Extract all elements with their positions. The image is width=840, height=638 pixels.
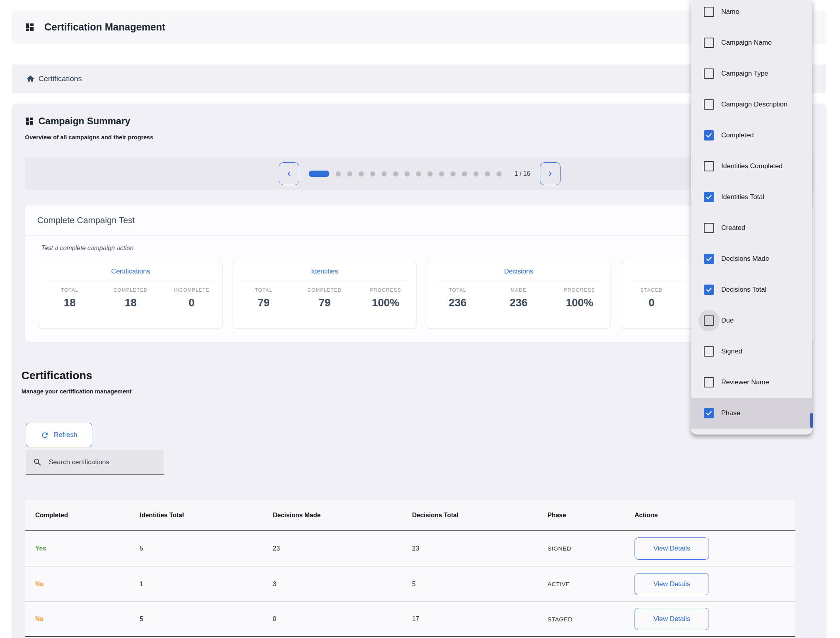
menu-item-decisions-total[interactable]: Decisions Total [691, 274, 812, 305]
checkbox-checked-icon[interactable] [704, 285, 714, 295]
checkbox-checked-icon[interactable] [704, 192, 714, 202]
campaign-summary-title: Campaign Summary [38, 116, 130, 127]
carousel-dot[interactable] [405, 171, 410, 177]
table-row: Yes 5 23 23 SIGNED View Details [25, 531, 795, 566]
checkbox-unchecked-icon[interactable] [704, 7, 714, 17]
carousel-prev-button[interactable] [279, 162, 299, 185]
checkbox-unchecked-icon[interactable] [704, 377, 714, 387]
table-row: No 5 0 17 STAGED View Details [25, 602, 795, 637]
carousel-dot[interactable] [347, 171, 352, 177]
carousel-dot[interactable] [485, 171, 490, 177]
column-header-decisions-made: Decisions Made [273, 512, 412, 519]
menu-item-reviewer-name[interactable]: Reviewer Name [691, 367, 812, 398]
stat-label: MADE [488, 287, 549, 293]
dashboard-icon [25, 116, 34, 126]
carousel-dot[interactable] [370, 171, 375, 177]
checkbox-unchecked-icon[interactable] [704, 315, 714, 326]
stat-label: TOTAL [39, 287, 100, 293]
menu-item-signed[interactable]: Signed [691, 336, 812, 367]
cell-phase: STAGED [547, 616, 635, 623]
carousel-dot[interactable] [428, 171, 433, 177]
carousel-dot[interactable] [416, 171, 421, 177]
carousel-next-button[interactable] [540, 162, 561, 185]
stat-value: 18 [100, 297, 161, 309]
checkbox-checked-icon[interactable] [704, 130, 714, 141]
carousel-dot[interactable] [473, 171, 479, 177]
search-field[interactable] [26, 450, 164, 475]
stat-label: COMPLETED [100, 287, 161, 293]
campaign-summary-header: Campaign Summary [25, 116, 130, 127]
menu-item-campaign-type[interactable]: Campaign Type [691, 58, 812, 89]
menu-item-campaign-name[interactable]: Campaign Name [691, 27, 812, 58]
carousel-dot[interactable] [439, 171, 444, 177]
breadcrumb-label: Certifications [38, 74, 82, 83]
stat-value: 236 [488, 297, 549, 309]
carousel-dot[interactable] [336, 171, 341, 177]
column-header-phase: Phase [547, 512, 635, 519]
checkbox-unchecked-icon[interactable] [704, 99, 714, 110]
view-details-button[interactable]: View Details [635, 537, 709, 560]
stat-value: 79 [294, 297, 355, 309]
menu-item-identities-total[interactable]: Identities Total [691, 182, 812, 213]
menu-item-identities-completed[interactable]: Identities Completed [691, 151, 812, 182]
table-header-row: Completed Identities Total Decisions Mad… [25, 500, 795, 531]
menu-item-phase[interactable]: Phase [691, 398, 812, 429]
cell-identities-total: 5 [140, 615, 273, 623]
cell-completed: No [35, 581, 140, 588]
cell-decisions-total: 17 [412, 615, 547, 623]
checkbox-checked-icon[interactable] [704, 408, 714, 418]
refresh-label: Refresh [54, 431, 78, 439]
campaign-summary-subtitle: Overview of all campaigns and their prog… [25, 134, 153, 141]
checkbox-unchecked-icon[interactable] [704, 346, 714, 357]
stat-value: 0 [161, 297, 222, 309]
carousel-page-indicator: 1 / 16 [514, 170, 530, 177]
hidden-apply-button-edge [810, 413, 813, 428]
carousel-dot[interactable] [359, 171, 364, 177]
refresh-icon [41, 431, 49, 439]
view-details-button[interactable]: View Details [635, 608, 709, 630]
carousel-dot[interactable] [496, 171, 502, 177]
search-icon [33, 458, 42, 467]
refresh-button[interactable]: Refresh [26, 423, 92, 447]
carousel-dot[interactable] [462, 171, 467, 177]
checkbox-unchecked-icon[interactable] [704, 38, 714, 48]
cell-decisions-made: 23 [273, 545, 412, 552]
stat-value: 18 [39, 297, 100, 309]
carousel-dots [309, 171, 502, 177]
stat-label: PROGRESS [549, 287, 610, 293]
menu-item-campaign-description[interactable]: Campaign Description [691, 89, 812, 120]
carousel-dot[interactable] [393, 171, 398, 177]
cell-completed: No [35, 615, 140, 623]
dashboard-icon [25, 22, 35, 32]
cell-decisions-made: 3 [273, 581, 412, 588]
carousel-dot[interactable] [382, 171, 387, 177]
stat-label: STAGED [621, 287, 682, 293]
menu-item-due[interactable]: Due [691, 305, 812, 336]
menu-item-name[interactable]: Name [691, 0, 812, 27]
view-details-button[interactable]: View Details [635, 573, 709, 595]
stat-card-decisions: Decisions TOTAL236 MADE236 PROGRESS100% [427, 261, 610, 329]
checkbox-unchecked-icon[interactable] [704, 68, 714, 79]
menu-item-completed[interactable]: Completed [691, 120, 812, 151]
cell-phase: SIGNED [547, 545, 635, 552]
cell-completed: Yes [35, 545, 140, 552]
column-header-identities-total: Identities Total [140, 512, 273, 519]
cell-identities-total: 1 [140, 581, 273, 588]
carousel-dot-active[interactable] [309, 171, 329, 177]
chevron-left-icon [285, 170, 293, 177]
menu-item-created[interactable]: Created [691, 213, 812, 243]
search-input[interactable] [49, 458, 148, 466]
table-row: No 1 3 5 ACTIVE View Details [25, 566, 795, 602]
carousel-dot[interactable] [450, 171, 456, 177]
checkbox-unchecked-icon[interactable] [704, 223, 714, 233]
stat-value: 236 [427, 297, 488, 309]
certifications-title: Certifications [21, 369, 92, 382]
stat-card-identities: Identities TOTAL79 COMPLETED79 PROGRESS1… [233, 261, 416, 329]
checkbox-unchecked-icon[interactable] [704, 161, 714, 171]
breadcrumb-certifications[interactable]: Certifications [26, 74, 82, 83]
menu-item-decisions-made[interactable]: Decisions Made [691, 243, 812, 274]
stat-label: INCOMPLETE [161, 287, 222, 293]
stat-card-certifications: Certifications TOTAL18 COMPLETED18 INCOM… [39, 261, 222, 329]
stat-value: 79 [233, 297, 294, 309]
checkbox-checked-icon[interactable] [704, 254, 714, 264]
